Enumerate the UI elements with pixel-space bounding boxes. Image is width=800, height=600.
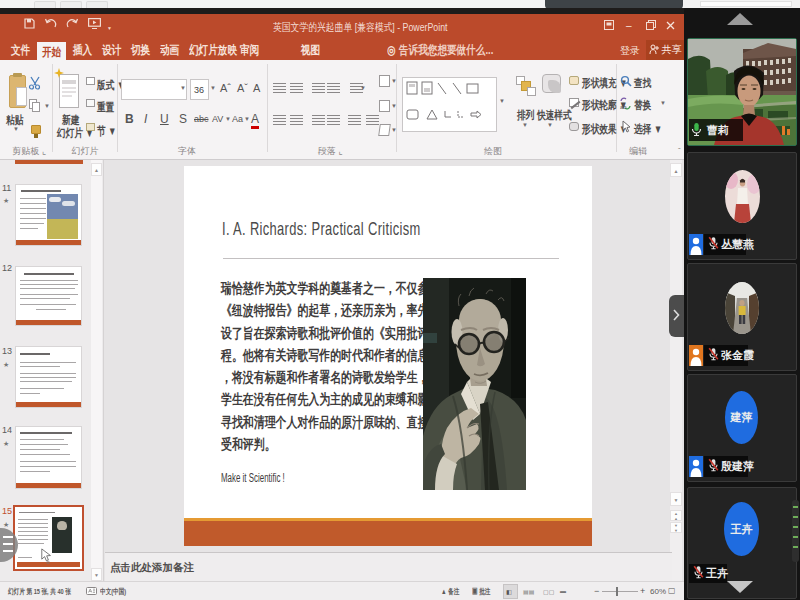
svg-text:ab: ab: [620, 104, 627, 110]
